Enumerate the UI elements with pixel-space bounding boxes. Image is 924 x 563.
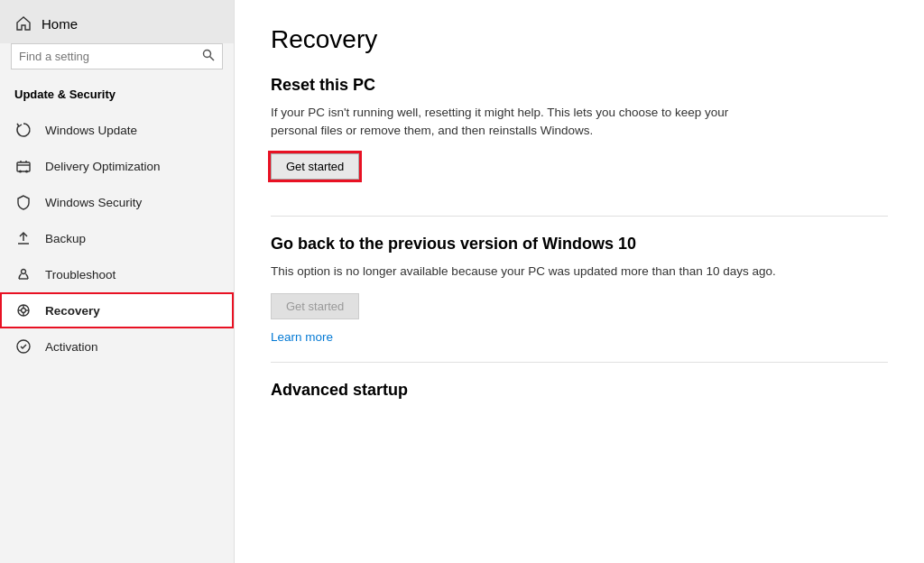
sidebar-item-windows-security[interactable]: Windows Security bbox=[0, 184, 234, 220]
search-box[interactable] bbox=[11, 43, 223, 69]
search-input[interactable] bbox=[19, 50, 197, 63]
sidebar-item-activation[interactable]: Activation bbox=[0, 328, 234, 365]
search-icon bbox=[202, 49, 215, 64]
section-go-back: Go back to the previous version of Windo… bbox=[271, 235, 888, 344]
activation-icon bbox=[14, 337, 32, 355]
sidebar-item-backup[interactable]: Backup bbox=[0, 220, 234, 256]
update-icon bbox=[14, 121, 32, 139]
sidebar-item-label: Troubleshoot bbox=[45, 268, 116, 282]
go-back-title: Go back to the previous version of Windo… bbox=[271, 235, 888, 254]
main-content: Recovery Reset this PC If your PC isn't … bbox=[235, 0, 924, 563]
sidebar-item-recovery[interactable]: Recovery bbox=[0, 292, 234, 328]
sidebar-item-windows-update[interactable]: Windows Update bbox=[0, 112, 234, 148]
svg-point-5 bbox=[19, 171, 22, 173]
sidebar-home[interactable]: Home bbox=[0, 0, 234, 43]
reset-pc-title: Reset this PC bbox=[271, 76, 888, 95]
sidebar-item-label: Recovery bbox=[45, 304, 100, 318]
svg-point-9 bbox=[22, 270, 26, 274]
reset-pc-get-started-button[interactable]: Get started bbox=[271, 153, 359, 180]
divider-2 bbox=[271, 362, 888, 363]
sidebar-item-label: Windows Security bbox=[45, 196, 142, 209]
home-icon bbox=[14, 14, 32, 32]
advanced-startup-title: Advanced startup bbox=[271, 381, 888, 400]
reset-pc-description: If your PC isn't running well, resetting… bbox=[271, 104, 776, 141]
learn-more-link[interactable]: Learn more bbox=[271, 330, 888, 344]
go-back-description: This option is no longer available becau… bbox=[271, 263, 776, 281]
page-title: Recovery bbox=[271, 25, 888, 54]
divider-1 bbox=[271, 216, 888, 217]
delivery-icon bbox=[14, 157, 32, 175]
section-advanced-startup: Advanced startup bbox=[271, 381, 888, 400]
svg-point-0 bbox=[204, 51, 211, 58]
sidebar-item-troubleshoot[interactable]: Troubleshoot bbox=[0, 256, 234, 292]
svg-rect-2 bbox=[17, 162, 30, 171]
section-reset-pc: Reset this PC If your PC isn't running w… bbox=[271, 76, 888, 198]
sidebar-item-label: Backup bbox=[45, 232, 86, 245]
sidebar-section-title: Update & Security bbox=[0, 80, 234, 112]
svg-line-1 bbox=[210, 57, 215, 61]
svg-point-12 bbox=[22, 309, 26, 313]
sidebar-home-label: Home bbox=[42, 16, 78, 32]
sidebar-item-delivery-optimization[interactable]: Delivery Optimization bbox=[0, 148, 234, 184]
shield-icon bbox=[14, 193, 32, 211]
sidebar-item-label: Windows Update bbox=[45, 124, 137, 137]
sidebar: Home Update & Security Windows Update bbox=[0, 0, 235, 563]
sidebar-item-label: Activation bbox=[45, 340, 98, 354]
troubleshoot-icon bbox=[14, 265, 32, 283]
recovery-icon bbox=[14, 301, 32, 319]
svg-point-6 bbox=[25, 171, 28, 173]
backup-icon bbox=[14, 229, 32, 247]
sidebar-item-label: Delivery Optimization bbox=[45, 160, 161, 173]
go-back-get-started-button: Get started bbox=[271, 293, 359, 319]
